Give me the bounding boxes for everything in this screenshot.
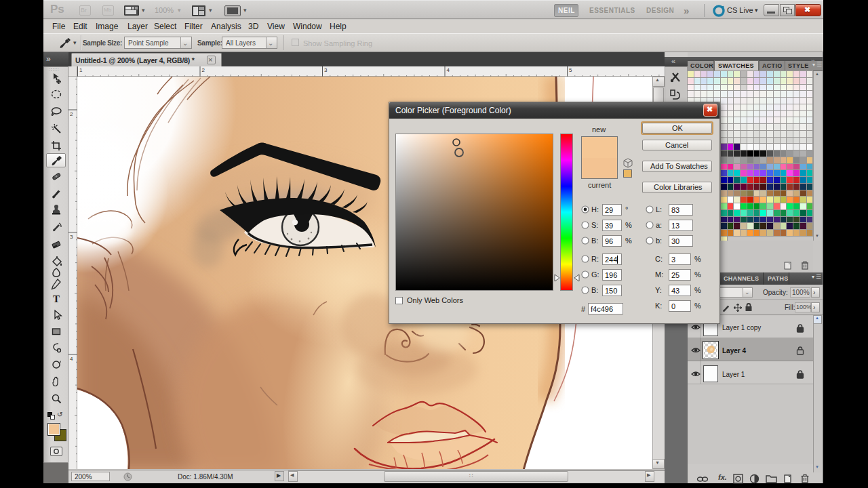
svg-text:3: 3 [324, 67, 328, 73]
svg-text:2: 2 [202, 67, 205, 73]
svg-text:5: 5 [569, 67, 572, 73]
svg-text:1: 1 [79, 67, 83, 73]
svg-text:T: T [53, 293, 60, 304]
svg-text:3: 3 [70, 234, 73, 240]
svg-text:2: 2 [70, 111, 73, 117]
svg-text:4: 4 [447, 67, 450, 73]
svg-text:4: 4 [70, 356, 73, 362]
